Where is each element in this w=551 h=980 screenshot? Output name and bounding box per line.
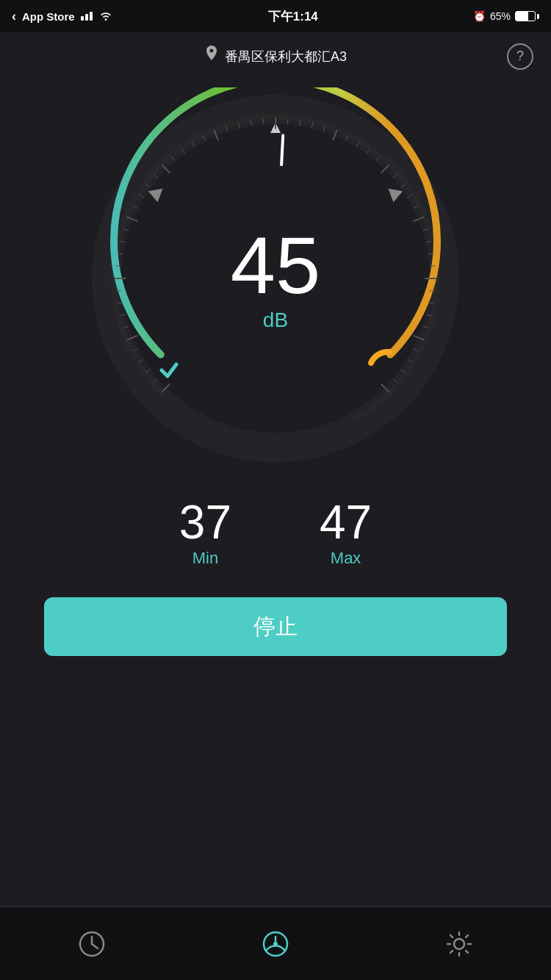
- minmax-section: 37 Min 47 Max: [0, 484, 551, 590]
- stop-button-container: 停止: [0, 597, 551, 656]
- gauge-unit: dB: [231, 309, 320, 332]
- gauge-center: 45 dB: [231, 225, 320, 332]
- alarm-icon: ⏰: [473, 10, 486, 22]
- nav-item-meter[interactable]: [246, 928, 305, 960]
- app-name: App Store: [22, 10, 75, 23]
- help-button[interactable]: ?: [507, 43, 533, 70]
- stop-button[interactable]: 停止: [44, 597, 507, 656]
- signal-icon: [81, 12, 93, 21]
- location-text: 番禺区保利大都汇A3: [204, 46, 347, 67]
- svg-point-73: [454, 939, 464, 949]
- status-bar: ‹ App Store 下午1:14 ⏰ 65%: [0, 0, 551, 32]
- max-value: 47: [320, 499, 372, 546]
- clock-icon: [76, 928, 108, 960]
- battery-percent: 65%: [490, 10, 511, 22]
- location-name: 番禺区保利大都汇A3: [225, 48, 347, 65]
- nav-item-settings[interactable]: [430, 928, 489, 960]
- min-label: Min: [179, 549, 231, 568]
- nav-item-history[interactable]: [62, 928, 121, 960]
- max-stat: 47 Max: [320, 499, 372, 568]
- status-left: ‹ App Store: [12, 9, 113, 24]
- wifi-icon: [98, 10, 113, 23]
- gauge-section: 45 dB: [0, 80, 551, 484]
- status-time: 下午1:14: [268, 8, 318, 25]
- meter-icon: [259, 928, 292, 960]
- gauge-container: 45 dB: [84, 87, 467, 469]
- battery-icon: [515, 11, 539, 21]
- bottom-nav: [0, 907, 551, 980]
- svg-line-6: [281, 135, 283, 165]
- max-label: Max: [320, 549, 372, 568]
- min-stat: 37 Min: [179, 499, 231, 568]
- gear-icon: [443, 928, 475, 960]
- location-bar: 番禺区保利大都汇A3 ?: [0, 32, 551, 80]
- main-content: 番禺区保利大都汇A3 ?: [0, 32, 551, 907]
- gauge-value: 45: [231, 225, 320, 306]
- location-pin-icon: [204, 46, 219, 67]
- status-right: ⏰ 65%: [473, 10, 539, 22]
- min-value: 37: [179, 499, 231, 546]
- svg-line-70: [92, 944, 98, 948]
- back-arrow-icon: ‹: [12, 9, 16, 24]
